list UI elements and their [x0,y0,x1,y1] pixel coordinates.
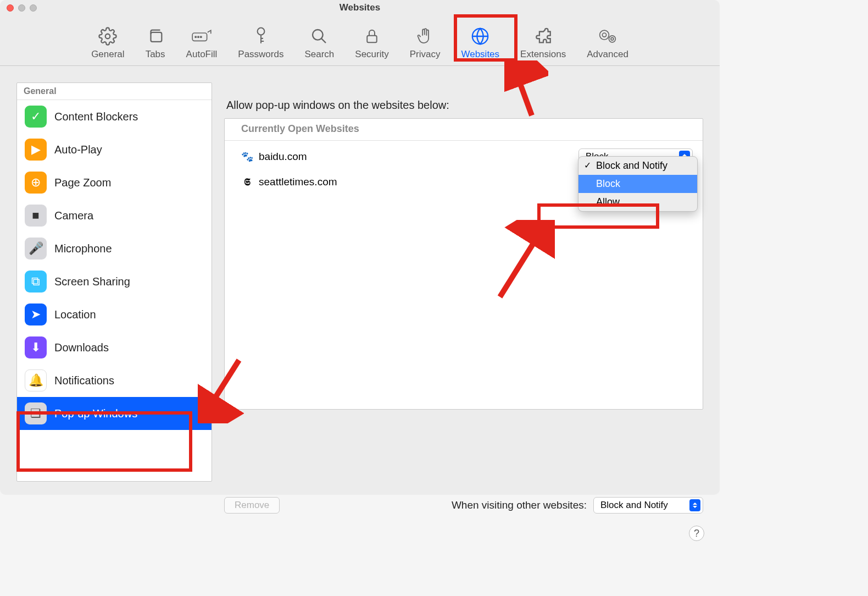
svg-point-5 [201,36,202,37]
sidebar-item-label: Screen Sharing [54,275,130,288]
tab-general[interactable]: General [91,26,124,60]
gears-icon [598,26,617,46]
toolbar-label: Tabs [146,49,165,60]
preferences-window: Websites General Tabs AutoFill Passwords… [0,0,720,495]
svg-point-12 [611,37,614,40]
dropdown-option-block[interactable]: Block [578,175,697,193]
shield-icon: ✓ [25,106,47,128]
sidebar-item-label: Pop-up Windows [54,407,137,420]
svg-point-4 [198,36,199,37]
toolbar-label: Advanced [587,49,628,60]
tab-tabs[interactable]: Tabs [146,26,165,60]
sidebar-item-notifications[interactable]: 🔔 Notifications [17,364,212,397]
website-domain: seattletimes.com [259,176,337,188]
website-row[interactable]: 𝕾 seattletimes.com Block and Notify Bloc… [225,169,703,195]
svg-point-7 [313,30,323,40]
toolbar-label: Extensions [520,49,566,60]
preferences-toolbar: General Tabs AutoFill Passwords Search S… [0,15,720,66]
window-title: Websites [0,2,720,13]
chevron-updown-icon [689,499,700,511]
main-pane: Allow pop-up windows on the websites bel… [224,82,703,482]
sidebar-item-page-zoom[interactable]: ⊕ Page Zoom [17,166,212,199]
popup-icon: ❏ [25,402,47,424]
select-value: Block and Notify [600,500,668,511]
svg-point-11 [600,30,609,40]
sidebar-item-label: Camera [54,209,93,222]
websites-list-box: Currently Open Websites 🐾 baidu.com Bloc… [224,118,703,410]
search-icon [309,26,329,46]
tab-passwords[interactable]: Passwords [238,26,283,60]
toolbar-label: General [91,49,124,60]
svg-point-6 [257,28,264,35]
location-icon: ➤ [25,303,47,325]
tab-security[interactable]: Security [355,26,388,60]
key-icon [251,26,271,46]
toolbar-label: Search [304,49,334,60]
sidebar-item-label: Content Blockers [54,111,138,123]
svg-point-13 [609,36,615,42]
sidebar-item-screen-sharing[interactable]: ⧉ Screen Sharing [17,265,212,298]
globe-icon [470,26,490,46]
sidebar-item-microphone[interactable]: 🎤 Microphone [17,232,212,265]
lock-icon [362,26,382,46]
paw-icon: 🐾 [241,151,253,163]
svg-rect-8 [367,36,377,43]
tab-privacy[interactable]: Privacy [410,26,441,60]
default-policy-select[interactable]: Block and Notify [593,497,703,514]
toolbar-label: AutoFill [186,49,218,60]
sidebar-item-auto-play[interactable]: ▶ Auto-Play [17,133,212,166]
gear-icon [98,26,118,46]
puzzle-icon [533,26,553,46]
sidebar: General ✓ Content Blockers ▶ Auto-Play ⊕… [16,82,212,482]
sidebar-item-label: Notifications [54,374,114,387]
dropdown-option-allow[interactable]: Allow [578,193,697,211]
tabs-icon [146,26,165,46]
download-icon: ⬇ [25,336,47,358]
sidebar-item-content-blockers[interactable]: ✓ Content Blockers [17,100,212,133]
svg-point-10 [602,33,606,37]
tab-search[interactable]: Search [304,26,334,60]
tab-advanced[interactable]: Advanced [587,26,628,60]
sidebar-item-location[interactable]: ➤ Location [17,298,212,331]
svg-rect-1 [151,32,162,42]
play-icon: ▶ [25,139,47,161]
other-websites-label: When visiting other websites: [452,499,587,511]
mic-icon: 🎤 [25,238,47,260]
hand-icon [415,26,435,46]
toolbar-label: Privacy [410,49,441,60]
toolbar-label: Security [355,49,388,60]
titlebar: Websites [0,0,720,15]
main-heading: Allow pop-up windows on the websites bel… [226,99,703,112]
dropdown-option-block-notify[interactable]: Block and Notify [578,157,697,175]
tab-autofill[interactable]: AutoFill [186,26,218,60]
screen-icon: ⧉ [25,271,47,293]
svg-point-0 [105,34,110,39]
sidebar-item-camera[interactable]: ■ Camera [17,199,212,232]
website-domain: baidu.com [259,151,307,163]
content-area: General ✓ Content Blockers ▶ Auto-Play ⊕… [16,82,703,482]
toolbar-label: Websites [461,49,499,60]
sidebar-item-label: Location [54,308,96,321]
sidebar-item-label: Page Zoom [54,176,111,189]
bell-icon: 🔔 [25,369,47,391]
tab-websites[interactable]: Websites [461,26,499,60]
sidebar-item-label: Auto-Play [54,144,102,156]
sidebar-item-downloads[interactable]: ⬇ Downloads [17,331,212,364]
sidebar-item-label: Microphone [54,242,112,255]
list-header: Currently Open Websites [225,119,703,141]
tab-extensions[interactable]: Extensions [520,26,566,60]
popup-policy-dropdown: Block and Notify Block Allow [578,156,698,212]
autofill-icon [192,26,212,46]
zoom-icon: ⊕ [25,172,47,194]
popup-policy-select[interactable]: Block and Notify Block Allow [578,174,693,190]
sidebar-header: General [17,83,212,100]
sidebar-item-popup-windows[interactable]: ❏ Pop-up Windows [17,397,212,430]
sidebar-item-label: Downloads [54,341,109,354]
toolbar-label: Passwords [238,49,283,60]
svg-point-3 [195,36,196,37]
help-button[interactable]: ? [689,526,704,541]
remove-button[interactable]: Remove [224,497,280,514]
st-icon: 𝕾 [241,176,253,188]
footer-row: Remove When visiting other websites: Blo… [224,497,703,514]
camera-icon: ■ [25,205,47,227]
